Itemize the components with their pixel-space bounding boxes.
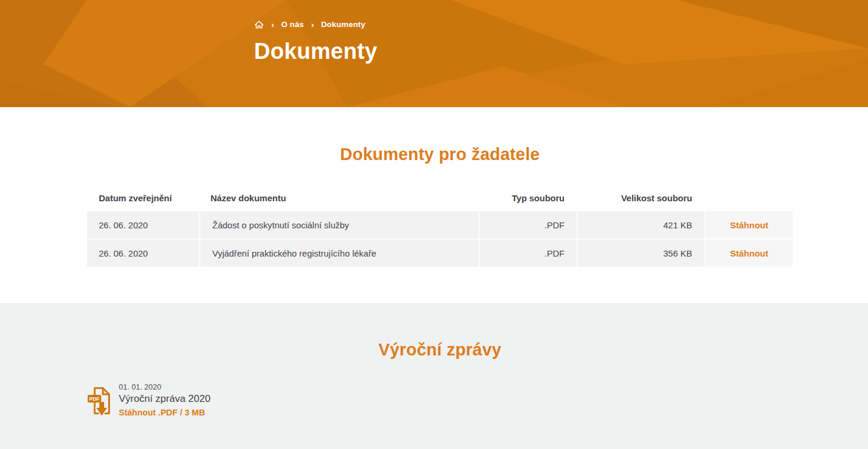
documents-table: Datum zveřejnění Název dokumentu Typ sou…: [87, 191, 793, 267]
cell-file-type: .PDF: [478, 240, 576, 267]
report-date: 01. 01. 2020: [119, 383, 211, 391]
breadcrumb-current: Dokumenty: [321, 20, 365, 29]
reports-section: Výroční zprávy PDF 01. 01. 2020 Výroční …: [0, 303, 868, 449]
cell-download: Stáhnout: [704, 211, 793, 238]
page-title: Dokumenty: [254, 39, 868, 64]
column-header-name: Název dokumentu: [199, 191, 478, 210]
svg-text:PDF: PDF: [89, 396, 101, 402]
column-header-date: Datum zveřejnění: [87, 191, 199, 210]
table-row: 26. 06. 2020 Žádost o poskytnutí sociáln…: [87, 211, 793, 238]
report-item: PDF 01. 01. 2020 Výroční zpráva 2020 Stá…: [87, 383, 793, 420]
cell-file-size: 356 KB: [576, 240, 704, 267]
breadcrumb-separator: ›: [311, 19, 314, 29]
column-header-download: [704, 191, 793, 210]
breadcrumb-home-link[interactable]: [254, 19, 264, 29]
cell-date: 26. 06. 2020: [87, 240, 199, 267]
download-link[interactable]: Stáhnout: [730, 248, 769, 258]
reports-heading: Výroční zprávy: [87, 340, 793, 360]
report-text: 01. 01. 2020 Výroční zpráva 2020 Stáhnou…: [119, 383, 211, 418]
column-header-size: Velikost souboru: [576, 191, 704, 210]
cell-date: 26. 06. 2020: [87, 211, 199, 238]
breadcrumb-separator: ›: [271, 19, 274, 29]
cell-document-name: Vyjádření praktického registrujícího lék…: [199, 240, 478, 267]
report-title: Výroční zpráva 2020: [119, 393, 211, 405]
report-download-link[interactable]: Stáhnout .PDF / 3 MB: [119, 408, 205, 417]
column-header-type: Typ souboru: [478, 191, 576, 210]
breadcrumb: › O nás › Dokumenty: [254, 19, 868, 29]
cell-file-type: .PDF: [478, 211, 576, 238]
home-icon: [254, 19, 264, 29]
pdf-download-icon[interactable]: PDF: [87, 386, 112, 420]
cell-document-name: Žádost o poskytnutí sociální služby: [199, 211, 478, 238]
table-row: 26. 06. 2020 Vyjádření praktického regis…: [87, 240, 793, 267]
applicants-section: Dokumenty pro žadatele Datum zveřejnění …: [0, 107, 868, 303]
cell-download: Stáhnout: [704, 240, 793, 267]
download-link[interactable]: Stáhnout: [730, 220, 769, 230]
page-header: › O nás › Dokumenty Dokumenty: [0, 0, 868, 107]
applicants-heading: Dokumenty pro žadatele: [87, 145, 793, 164]
breadcrumb-link-o-nas[interactable]: O nás: [281, 20, 304, 29]
table-header-row: Datum zveřejnění Název dokumentu Typ sou…: [87, 191, 793, 210]
cell-file-size: 421 KB: [576, 211, 704, 238]
